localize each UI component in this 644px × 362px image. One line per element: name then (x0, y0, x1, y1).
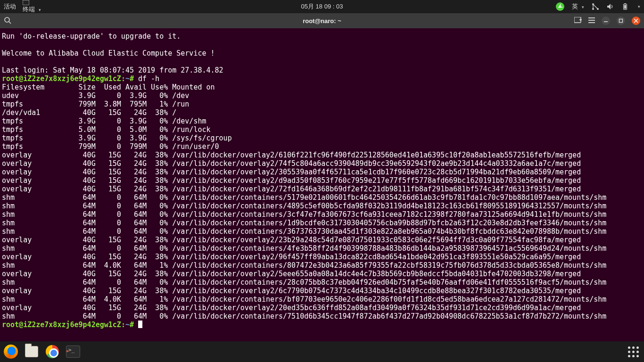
battery-icon[interactable] (622, 3, 628, 10)
dock-app-terminal[interactable] (65, 344, 81, 360)
chevron-down-icon: ▾ (39, 8, 41, 12)
svg-rect-1 (23, 0, 29, 5)
ime-label: 英 (572, 3, 578, 10)
svg-rect-7 (624, 5, 626, 9)
chrome-icon (46, 345, 59, 358)
volume-icon[interactable] (607, 3, 614, 10)
dock (0, 341, 644, 362)
focused-app-label: 终端 (23, 6, 35, 13)
send-indicator-icon[interactable] (556, 2, 564, 11)
window-title: root@naro: ~ (303, 17, 341, 25)
terminal-output[interactable]: Run 'do-release-upgrade' to upgrade to i… (0, 28, 644, 341)
gnome-top-bar: 活动 终端 ▾ 05月 18 09 : 03 英 ▾ ▾ (0, 0, 644, 13)
new-tab-icon[interactable] (574, 17, 582, 25)
input-method-menu[interactable]: 英 ▾ (572, 2, 584, 11)
files-icon (25, 346, 38, 357)
focused-app-menu[interactable]: 终端 ▾ (23, 0, 41, 14)
svg-rect-17 (619, 19, 623, 23)
minimize-button[interactable] (602, 16, 610, 25)
network-icon[interactable] (592, 3, 599, 10)
hamburger-menu-icon[interactable] (588, 17, 595, 25)
show-applications-button[interactable] (625, 344, 641, 360)
activities-button[interactable]: 活动 (4, 2, 16, 11)
terminal-app-icon (23, 0, 29, 5)
svg-rect-6 (624, 3, 626, 4)
terminal-icon (66, 346, 80, 358)
svg-line-9 (9, 22, 11, 24)
dock-app-chrome[interactable] (44, 344, 60, 360)
clock[interactable]: 05月 18 09 : 03 (301, 2, 343, 11)
system-menu-chevron-icon[interactable]: ▾ (638, 4, 640, 9)
search-icon[interactable] (4, 16, 11, 25)
firefox-icon (4, 345, 18, 359)
svg-point-8 (5, 17, 9, 22)
dock-app-firefox[interactable] (3, 344, 19, 360)
maximize-button[interactable] (617, 16, 625, 25)
dock-app-files[interactable] (24, 344, 40, 360)
terminal-header-bar: root@naro: ~ (0, 13, 644, 28)
close-button[interactable] (632, 16, 640, 25)
chevron-down-icon: ▾ (582, 5, 584, 9)
